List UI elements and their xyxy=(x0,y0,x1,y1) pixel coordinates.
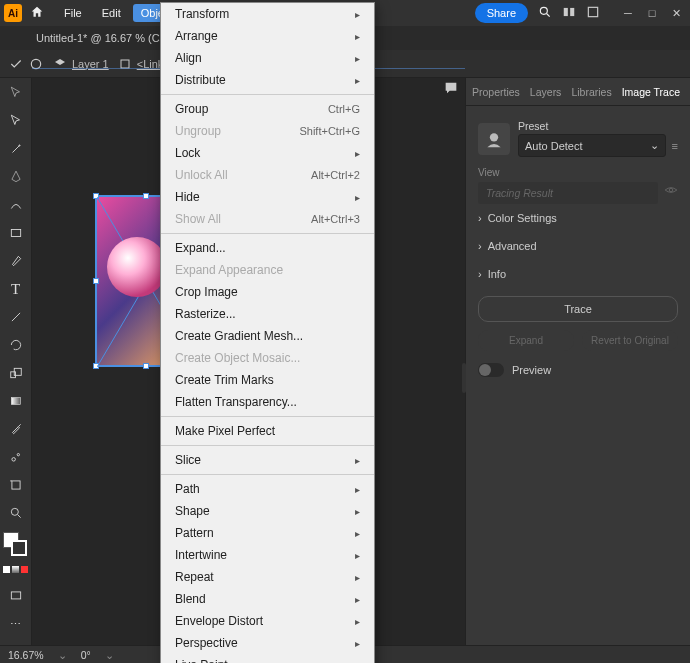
svg-point-14 xyxy=(11,458,14,462)
edit-toolbar[interactable]: ⋯ xyxy=(5,613,27,635)
arrange-icon[interactable] xyxy=(562,5,576,21)
preview-toggle[interactable] xyxy=(478,363,504,377)
svg-rect-9 xyxy=(11,230,20,237)
home-icon[interactable] xyxy=(30,5,44,21)
menu-item-shape[interactable]: Shape xyxy=(161,500,374,522)
menu-item-intertwine[interactable]: Intertwine xyxy=(161,544,374,566)
menu-item-blend[interactable]: Blend xyxy=(161,588,374,610)
share-button[interactable]: Share xyxy=(475,3,528,23)
svg-rect-6 xyxy=(121,60,129,68)
direct-selection-tool[interactable] xyxy=(5,110,27,132)
app-icon: Ai xyxy=(4,4,22,22)
revert-button[interactable]: Revert to Original xyxy=(582,330,678,351)
panel-menu-icon[interactable]: ≡ xyxy=(672,140,678,152)
menu-item-create-gradient-mesh[interactable]: Create Gradient Mesh... xyxy=(161,325,374,347)
menu-item-live-paint[interactable]: Live Paint xyxy=(161,654,374,663)
comments-icon[interactable] xyxy=(443,80,459,98)
gradient-tool[interactable] xyxy=(5,390,27,412)
artboard-tool[interactable] xyxy=(5,474,27,496)
chevron-right-icon: › xyxy=(478,268,482,280)
menu-item-ungroup: UngroupShift+Ctrl+G xyxy=(161,120,374,142)
linked-file-icon xyxy=(117,56,133,72)
menu-item-align[interactable]: Align xyxy=(161,47,374,69)
menu-item-make-pixel-perfect[interactable]: Make Pixel Perfect xyxy=(161,420,374,442)
menu-edit[interactable]: Edit xyxy=(94,4,129,22)
embed-icon[interactable] xyxy=(8,56,24,72)
rotation-value[interactable]: 0° xyxy=(81,649,91,661)
menu-item-expand-appearance: Expand Appearance xyxy=(161,259,374,281)
menu-item-hide[interactable]: Hide xyxy=(161,186,374,208)
svg-line-7 xyxy=(12,146,19,153)
menu-item-arrange[interactable]: Arrange xyxy=(161,25,374,47)
eyedropper-tool[interactable] xyxy=(5,418,27,440)
accordion-color-settings[interactable]: ›Color Settings xyxy=(478,204,678,232)
line-tool[interactable] xyxy=(5,306,27,328)
link-icon[interactable] xyxy=(28,56,44,72)
svg-rect-16 xyxy=(11,481,19,489)
chevron-right-icon: › xyxy=(478,240,482,252)
menu-item-lock[interactable]: Lock xyxy=(161,142,374,164)
minimize-button[interactable]: ─ xyxy=(618,5,638,21)
panel-tabs: Properties Layers Libraries Image Trace xyxy=(466,78,690,106)
menu-item-path[interactable]: Path xyxy=(161,478,374,500)
symbol-sprayer-tool[interactable] xyxy=(5,446,27,468)
maximize-button[interactable]: □ xyxy=(642,5,662,21)
menu-item-repeat[interactable]: Repeat xyxy=(161,566,374,588)
pen-tool[interactable] xyxy=(5,166,27,188)
zoom-tool[interactable] xyxy=(5,502,27,524)
menu-item-flatten-transparency[interactable]: Flatten Transparency... xyxy=(161,391,374,413)
expand-button[interactable]: Expand xyxy=(478,330,574,351)
menu-item-crop-image[interactable]: Crop Image xyxy=(161,281,374,303)
accordion-advanced[interactable]: ›Advanced xyxy=(478,232,678,260)
svg-rect-2 xyxy=(564,8,568,16)
curvature-tool[interactable] xyxy=(5,194,27,216)
preset-select[interactable]: Auto Detect ⌄ xyxy=(518,134,666,157)
search-icon[interactable] xyxy=(538,5,552,21)
menu-item-perspective[interactable]: Perspective xyxy=(161,632,374,654)
menu-item-rasterize[interactable]: Rasterize... xyxy=(161,303,374,325)
menu-item-envelope-distort[interactable]: Envelope Distort xyxy=(161,610,374,632)
tab-libraries[interactable]: Libraries xyxy=(571,86,611,98)
menu-item-distribute[interactable]: Distribute xyxy=(161,69,374,91)
svg-line-1 xyxy=(547,14,550,17)
view-select[interactable]: Tracing Result xyxy=(478,182,658,204)
menu-item-transform[interactable]: Transform xyxy=(161,3,374,25)
fill-stroke-swatch[interactable] xyxy=(3,532,29,558)
tab-image-trace[interactable]: Image Trace xyxy=(622,86,680,98)
type-tool[interactable]: T xyxy=(5,278,27,300)
preview-label: Preview xyxy=(512,364,551,376)
rotate-tool[interactable] xyxy=(5,334,27,356)
workspace-icon[interactable] xyxy=(586,5,600,21)
tab-layers[interactable]: Layers xyxy=(530,86,562,98)
selection-tool[interactable] xyxy=(5,82,27,104)
layers-icon xyxy=(52,56,68,72)
menu-item-create-trim-marks[interactable]: Create Trim Marks xyxy=(161,369,374,391)
rectangle-tool[interactable] xyxy=(5,222,27,244)
trace-button[interactable]: Trace xyxy=(478,296,678,322)
menu-item-slice[interactable]: Slice xyxy=(161,449,374,471)
menu-item-group[interactable]: GroupCtrl+G xyxy=(161,98,374,120)
brush-tool[interactable] xyxy=(5,250,27,272)
svg-point-15 xyxy=(17,454,19,456)
accordion-info[interactable]: ›Info xyxy=(478,260,678,288)
tab-properties[interactable]: Properties xyxy=(472,86,520,98)
wand-tool[interactable] xyxy=(5,138,27,160)
menu-item-pattern[interactable]: Pattern xyxy=(161,522,374,544)
eye-icon[interactable] xyxy=(664,183,678,199)
svg-rect-4 xyxy=(588,7,597,16)
view-label: View xyxy=(478,167,678,178)
svg-point-0 xyxy=(540,7,547,14)
scale-tool[interactable] xyxy=(5,362,27,384)
close-button[interactable]: ✕ xyxy=(666,5,686,21)
screen-mode-tool[interactable] xyxy=(5,585,27,607)
menu-item-expand[interactable]: Expand... xyxy=(161,237,374,259)
zoom-value[interactable]: 16.67% xyxy=(8,649,44,661)
scrollbar[interactable] xyxy=(462,363,466,393)
svg-point-24 xyxy=(669,188,673,192)
color-mode-icons[interactable] xyxy=(3,566,28,573)
menu-item-unlock-all: Unlock AllAlt+Ctrl+2 xyxy=(161,164,374,186)
menu-file[interactable]: File xyxy=(56,4,90,22)
svg-line-19 xyxy=(17,515,20,518)
menu-item-show-all: Show AllAlt+Ctrl+3 xyxy=(161,208,374,230)
svg-point-23 xyxy=(490,133,498,141)
